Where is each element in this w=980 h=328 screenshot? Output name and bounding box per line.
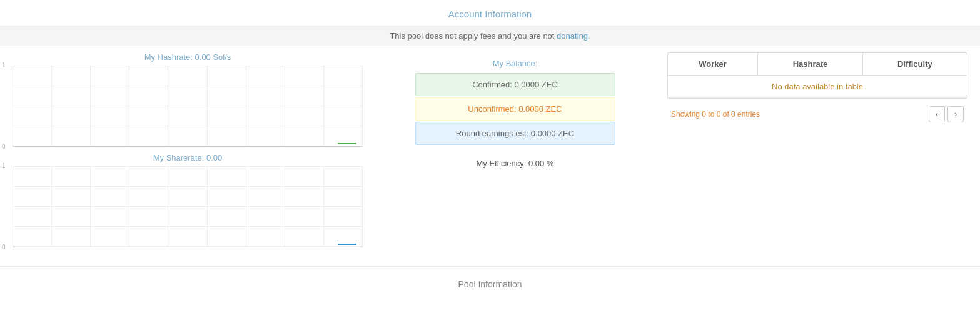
right-panel: Worker Hashrate Difficulty No data avail… (667, 52, 967, 247)
page-title: Account Information (0, 0, 980, 26)
notice-text: This pool does not apply fees and you ar… (390, 31, 554, 41)
balance-box: My Balance: Confirmed: 0.0000 ZEC Unconf… (415, 59, 615, 146)
sharerate-y-bottom: 0 (2, 244, 6, 251)
prev-button[interactable]: ‹ (929, 106, 945, 122)
pagination: ‹ › (929, 106, 964, 122)
table-footer: Showing 0 to 0 of 0 entries ‹ › (667, 101, 967, 127)
sharerate-chart-area: 1 0 (13, 166, 363, 247)
sharerate-line (338, 244, 356, 245)
balance-confirmed: Confirmed: 0.0000 ZEC (415, 73, 615, 96)
hashrate-chart-section: My Hashrate: 0.00 Sol/s 1 0 (13, 52, 363, 147)
center-panel: My Balance: Confirmed: 0.0000 ZEC Unconf… (369, 52, 661, 247)
table-row-empty: No data available in table (668, 76, 967, 98)
pool-info-title: Pool Information (0, 266, 980, 296)
left-panel: My Hashrate: 0.00 Sol/s 1 0 (13, 52, 363, 247)
balance-unconfirmed: Unconfirmed: 0.0000 ZEC (415, 97, 615, 121)
hashrate-y-bottom: 0 (2, 143, 6, 150)
hashrate-chart-title: My Hashrate: 0.00 Sol/s (13, 52, 363, 62)
balance-title: My Balance: (415, 59, 615, 68)
sharerate-chart-section: My Sharerate: 0.00 1 0 (13, 153, 363, 247)
col-difficulty: Difficulty (862, 53, 967, 76)
sharerate-y-top: 1 (2, 162, 6, 169)
efficiency-label: My Efficiency: 0.00 % (476, 159, 553, 168)
balance-round: Round earnings est: 0.0000 ZEC (415, 122, 615, 145)
notice-bar: This pool does not apply fees and you ar… (0, 26, 980, 46)
hashrate-line (338, 143, 356, 144)
hashrate-chart-area: 1 0 (13, 66, 363, 147)
col-hashrate: Hashrate (758, 53, 863, 76)
donate-link[interactable]: donating. (557, 31, 590, 41)
no-data-message: No data available in table (668, 76, 967, 98)
hashrate-y-top: 1 (2, 62, 6, 69)
worker-table: Worker Hashrate Difficulty No data avail… (668, 53, 967, 98)
col-worker: Worker (668, 53, 758, 76)
worker-table-wrapper: Worker Hashrate Difficulty No data avail… (667, 52, 967, 99)
next-button[interactable]: › (947, 106, 964, 122)
sharerate-chart-title: My Sharerate: 0.00 (13, 153, 363, 162)
showing-entries: Showing 0 to 0 of 0 entries (671, 110, 760, 119)
